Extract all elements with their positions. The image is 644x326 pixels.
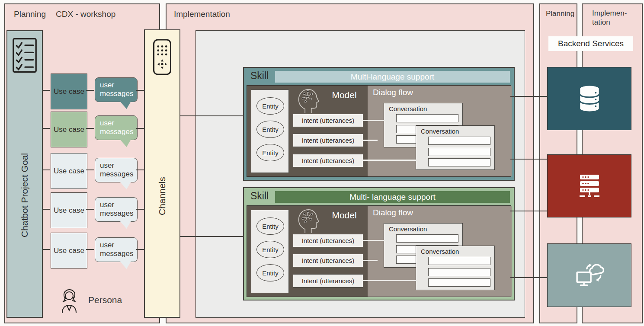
conversation-bar [428,137,490,145]
connector-line [136,249,144,250]
brain-circuit-icon [295,87,320,114]
model-container: Entity Entity Entity Model Intent (utter [247,85,511,177]
brain-circuit-icon [295,207,320,234]
connector-line [42,209,50,210]
model-container: Entity Entity Entity Model Intent (utter [247,205,511,297]
channels-icon [153,39,172,75]
entity-oval: Entity [256,144,284,161]
conversation-bar [428,257,490,265]
skill-title: Skill [250,70,269,82]
entity-oval: Entity [256,264,284,281]
intent-box: Intent (utterances) [293,134,363,147]
skill-title: Skill [250,190,269,202]
intent-conversation-link [362,160,416,161]
connector-line [42,90,50,91]
bubble-text: user messages [100,161,133,178]
connector-line [86,169,94,170]
conversation-bar [396,114,458,122]
right-implementation-header: Implemen- tation [592,9,627,27]
channels-skill-link [180,115,243,116]
intent-box: Intent (utterances) [293,114,363,127]
entity-oval: Entity [256,121,284,138]
entity-strip: Entity Entity Entity [251,89,289,173]
channels-skill-link [180,236,243,237]
connector-line [86,90,94,91]
bubble-tail [120,261,131,269]
use-case-box-5: Use case [51,233,87,268]
connector-line [136,90,144,91]
intent-conversation-link [362,140,378,141]
channels-label: Channels [157,75,167,317]
entity-oval: Entity [256,241,284,258]
cdx-workshop-header: CDX - workshop [56,10,115,19]
dialog-flow-label: Dialog flow [373,208,413,217]
use-case-box-2: Use case [51,112,87,147]
planning-workshop-panel: Planning CDX - workshop Chatbot Project … [4,3,160,323]
use-case-box-1: Use case [51,74,87,109]
intent-conversation-link [362,280,416,281]
planning-header: Planning [14,10,46,19]
conversation-label: Conversation [421,248,459,255]
dialog-flow-area: Dialog flow Conversation Conversation [368,206,512,297]
skill-backend-link [510,277,547,278]
bubble-tail [120,139,131,147]
bubble-tail [120,182,131,189]
connector-line [42,249,50,250]
language-support-banner: Multi- language support [275,191,510,203]
conversation-bar [428,148,490,156]
entity-strip: Entity Entity Entity [251,210,289,293]
intent-box: Intent (utterances) [293,234,363,247]
persona-label: Persona [88,295,122,305]
channels-bar: Channels [144,29,180,318]
conversation-bar [396,234,458,243]
bubble-tail [120,101,131,109]
skill-box-2: Skill Multi- language support Entity Ent… [243,187,515,300]
intent-conversation-link [362,260,378,261]
entity-oval: Entity [256,217,284,235]
conversation-bar [428,268,490,276]
dialog-flow-label: Dialog flow [373,88,413,97]
skill-backend-link [510,159,547,160]
intent-conversation-link [362,240,384,241]
user-messages-bubble-1: user messages [95,77,138,102]
connector-line [136,128,144,129]
backend-service-cloud [547,243,631,307]
dialog-flow-area: Dialog flow Conversation Conversation [368,86,512,176]
conversation-label: Conversation [389,225,427,233]
backend-services-label: Backend Services [548,36,633,51]
model-label: Model [323,90,366,100]
connector-line [136,209,144,210]
backend-service-server [547,154,631,217]
chatbot-project-goal-bar: Chatbot Project Goal [6,30,43,318]
use-case-box-4: Use case [51,192,87,228]
right-planning-header: Planning [546,10,574,18]
skill-box-1: Skill Multi-language support Entity Enti… [243,67,515,181]
implementation-header: Implementation [174,10,230,19]
entity-oval: Entity [256,97,284,115]
bubble-text: user messages [100,201,133,217]
chatbot-project-goal-label: Chatbot Project Goal [19,74,30,317]
intent-conversation-link [362,120,384,121]
persona-icon [60,288,79,314]
intent-box: Intent (utterances) [293,254,363,267]
conversation-bar [428,278,490,287]
conversation-bar [428,158,490,166]
user-messages-bubble-4: user messages [95,197,138,222]
connector-line [42,128,50,129]
model-label: Model [323,210,366,221]
bubble-tail [120,221,131,229]
checklist-icon [12,37,37,74]
connector-line [42,169,50,170]
connector-line [86,249,94,250]
user-messages-bubble-2: user messages [95,115,138,140]
backend-service-database [547,67,631,130]
use-case-box-3: Use case [51,153,87,189]
conversation-box-2: Conversation [416,246,495,290]
intent-box: Intent (utterances) [293,154,363,167]
user-messages-bubble-5: user messages [95,237,138,262]
cloud-sync-icon [575,263,604,288]
language-support-banner: Multi-language support [275,71,510,83]
conversation-box-2: Conversation [416,125,495,170]
database-icon [576,85,603,112]
connector-line [86,209,94,210]
